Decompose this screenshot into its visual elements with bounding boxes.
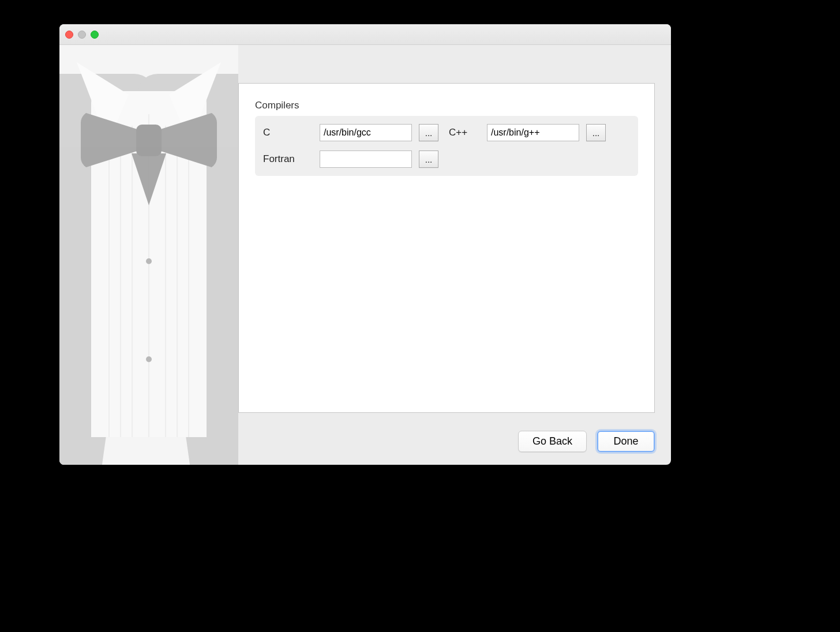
compilers-row-2: Fortran ... [263,151,630,168]
tuxedo-icon [59,45,238,465]
fortran-compiler-field: Fortran ... [263,151,438,168]
c-browse-button[interactable]: ... [419,124,438,141]
button-bar: Go Back Done [518,431,655,452]
section-title: Compilers [255,100,638,111]
c-compiler-field: C ... [263,124,438,141]
cpp-compiler-input[interactable] [487,124,579,141]
traffic-lights [65,31,99,39]
compilers-row-1: C ... C++ ... [263,124,630,141]
content-area: Compilers C ... C++ ... [59,45,671,465]
wizard-sidebar-image [59,45,238,465]
fortran-label: Fortran [263,153,313,165]
minimize-window-button[interactable] [78,31,86,39]
settings-frame: Compilers C ... C++ ... [238,83,655,413]
cpp-browse-button[interactable]: ... [586,124,606,141]
go-back-button[interactable]: Go Back [518,431,587,452]
fortran-browse-button[interactable]: ... [419,151,438,168]
titlebar [59,24,671,45]
done-button[interactable]: Done [597,431,655,452]
cpp-compiler-field: C++ ... [449,124,606,141]
cpp-label: C++ [449,127,480,138]
close-window-button[interactable] [65,31,73,39]
c-compiler-input[interactable] [320,124,412,141]
main-panel: Compilers C ... C++ ... [238,45,671,465]
c-label: C [263,127,313,138]
dialog-window: Compilers C ... C++ ... [59,24,671,465]
compilers-group: C ... C++ ... Fortran [255,116,638,176]
maximize-window-button[interactable] [91,31,99,39]
fortran-compiler-input[interactable] [320,151,412,168]
